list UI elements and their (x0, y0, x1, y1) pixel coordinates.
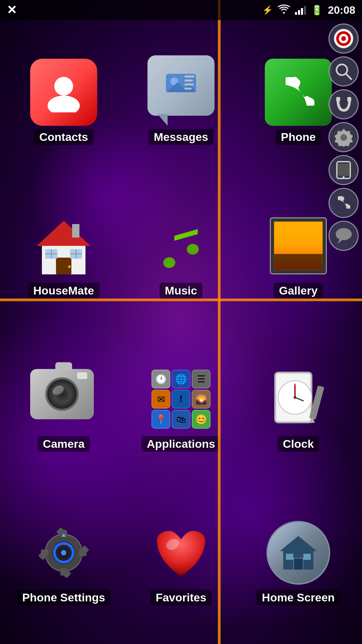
phone-call-icon[interactable] (328, 188, 359, 218)
status-bar: ✕ ⚡ 🔋 20:08 (0, 0, 362, 20)
applications-icon: 🕐 🌐 ☰ ✉ f 🌄 📍 🛍 😊 (147, 366, 215, 433)
svg-point-13 (336, 228, 352, 240)
wifi-icon (278, 4, 290, 16)
device-icon[interactable] (328, 155, 359, 185)
svg-point-34 (68, 265, 71, 268)
svg-rect-23 (184, 88, 192, 90)
target-icon[interactable] (328, 23, 359, 54)
svg-rect-11 (338, 164, 349, 176)
svg-point-3 (341, 36, 346, 41)
clock-label: Clock (278, 436, 319, 452)
svg-rect-40 (274, 254, 323, 270)
app-messages[interactable]: Messages (124, 27, 238, 177)
svg-marker-25 (37, 221, 90, 246)
svg-rect-26 (72, 224, 79, 237)
crosshair-vertical (218, 0, 221, 644)
svg-point-15 (54, 77, 73, 96)
svg-line-5 (346, 73, 351, 79)
search-icon[interactable] (328, 56, 359, 87)
app-music[interactable]: Music (124, 180, 238, 331)
bluetooth-icon: ⚡ (262, 5, 273, 15)
contacts-icon (30, 59, 97, 126)
app-favorites[interactable]: Favorites (124, 487, 238, 638)
app-grid: Contacts M (0, 20, 362, 644)
battery-icon: 🔋 (311, 5, 323, 16)
app-phone-settings[interactable]: Phone Settings (7, 487, 121, 638)
app-contacts[interactable]: Contacts (7, 27, 121, 177)
sidebar-icons (325, 20, 362, 254)
status-right: ⚡ 🔋 20:08 (262, 4, 355, 16)
phone-settings-label: Phone Settings (17, 590, 110, 605)
badge-icon[interactable] (328, 122, 359, 152)
applications-label: Applications (141, 436, 221, 452)
status-time: 20:08 (328, 4, 355, 16)
home-screen-label: Home Screen (256, 590, 340, 605)
app-camera[interactable]: Camera (7, 334, 121, 484)
app-applications[interactable]: 🕐 🌐 ☰ ✉ f 🌄 📍 🛍 😊 Applications (124, 334, 238, 484)
app-home-screen[interactable]: Home Screen (241, 487, 355, 638)
svg-rect-68 (303, 554, 311, 560)
svg-rect-67 (286, 554, 293, 560)
music-label: Music (160, 283, 202, 299)
home-screen-icon (265, 519, 332, 586)
housemate-label: HouseMate (28, 283, 99, 299)
svg-marker-14 (338, 239, 344, 244)
phone-label: Phone (276, 129, 321, 145)
phone-settings-icon (30, 519, 97, 586)
svg-rect-66 (294, 558, 303, 570)
housemate-icon (30, 212, 97, 279)
camera-icon (30, 366, 97, 433)
svg-point-35 (163, 257, 175, 268)
svg-rect-7 (347, 97, 351, 102)
svg-point-36 (187, 244, 199, 255)
horseshoe-icon[interactable] (328, 89, 359, 119)
phone-icon (265, 59, 332, 126)
camera-label: Camera (38, 436, 90, 452)
gallery-label: Gallery (274, 283, 323, 299)
svg-point-16 (48, 96, 80, 112)
favorites-icon (147, 519, 215, 586)
close-button[interactable]: ✕ (7, 3, 17, 17)
svg-rect-22 (184, 84, 194, 86)
favorites-label: Favorites (150, 590, 212, 605)
svg-point-12 (343, 176, 345, 178)
clock-icon (265, 366, 332, 433)
crosshair-horizontal (0, 299, 362, 301)
svg-rect-6 (336, 97, 340, 102)
gallery-icon (265, 212, 332, 279)
svg-point-62 (61, 550, 66, 555)
signal-icon (295, 5, 306, 15)
app-housemate[interactable]: HouseMate (7, 180, 121, 331)
svg-rect-21 (184, 79, 193, 82)
music-icon (147, 212, 215, 279)
svg-rect-20 (184, 75, 194, 77)
svg-point-9 (340, 134, 347, 141)
messages-icon (147, 59, 215, 126)
speech-icon[interactable] (328, 221, 359, 251)
contacts-label: Contacts (34, 129, 93, 145)
messages-label: Messages (148, 129, 214, 145)
app-clock[interactable]: Clock (241, 334, 355, 484)
